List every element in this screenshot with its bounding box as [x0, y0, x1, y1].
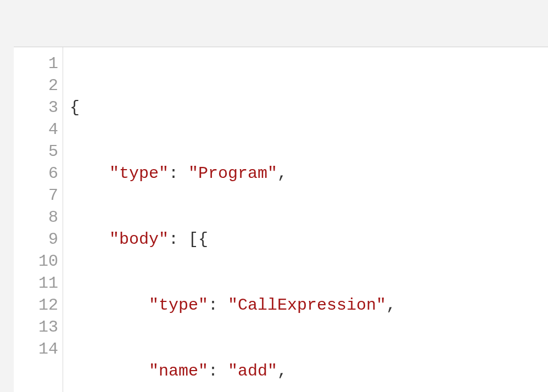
line-number: 12 — [14, 294, 58, 316]
code-line: "type": "CallExpression", — [70, 294, 426, 316]
code-content[interactable]: { "type": "Program", "body": [{ "type": … — [63, 47, 426, 392]
line-number: 11 — [14, 272, 58, 294]
code-line: "body": [{ — [70, 228, 426, 250]
line-number: 6 — [14, 163, 58, 184]
code-line: { — [70, 97, 426, 119]
code-line: "type": "Program", — [70, 163, 426, 184]
line-number: 3 — [14, 97, 58, 119]
line-number: 2 — [14, 75, 58, 97]
line-number: 13 — [14, 316, 58, 338]
line-number: 4 — [14, 119, 58, 141]
line-number-gutter: 1 2 3 4 5 6 7 8 9 10 11 12 13 14 — [14, 47, 63, 392]
line-number: 1 — [14, 53, 58, 75]
code-line: "name": "add", — [70, 360, 426, 382]
line-number: 5 — [14, 141, 58, 163]
code-editor: 1 2 3 4 5 6 7 8 9 10 11 12 13 14 { "type… — [14, 47, 548, 392]
line-number: 8 — [14, 206, 58, 228]
line-number: 10 — [14, 250, 58, 272]
line-number: 7 — [14, 184, 58, 206]
line-number: 14 — [14, 338, 58, 360]
line-number: 9 — [14, 228, 58, 250]
